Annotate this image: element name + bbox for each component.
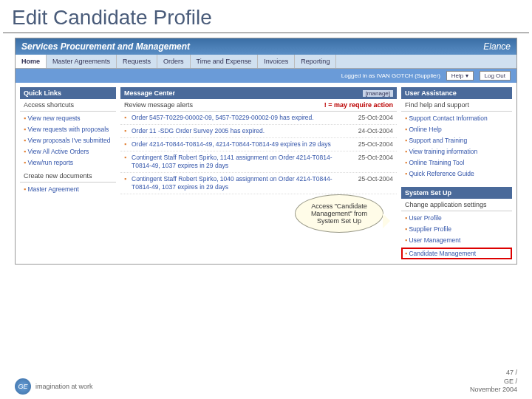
message-date: 25-Oct-2004: [349, 140, 393, 149]
logout-button[interactable]: Log Out: [480, 71, 511, 81]
message-row: ▪Contingent Staff Robert Spirko, 1040 as…: [120, 173, 397, 194]
setup-candidate-management[interactable]: Candidate Management: [409, 250, 476, 257]
ql-new-requests[interactable]: View new requests: [27, 115, 80, 122]
tab-invoices[interactable]: Invoices: [258, 55, 295, 68]
message-date: 24-Oct-2004: [349, 127, 393, 135]
message-link[interactable]: Contingent Staff Robert Spirko, 1040 ass…: [132, 175, 349, 191]
ql-reports[interactable]: View/run reports: [27, 159, 73, 166]
message-link[interactable]: Order 5457-T0229-00002-09, 5457-T0229-00…: [132, 114, 349, 122]
quick-links-list: View new requests View requests with pro…: [20, 112, 116, 170]
manage-link[interactable]: [manage]: [363, 90, 393, 97]
assist-list: Support Contact Information Online Help …: [401, 112, 512, 181]
tab-master-agreements[interactable]: Master Agreements: [47, 55, 117, 68]
setup-list: User Profile Supplier Profile User Manag…: [401, 211, 512, 248]
message-link[interactable]: Order 4214-T0844-T0814-49, 4214-T0844-T0…: [132, 140, 349, 149]
assist-training-tool[interactable]: Online Training Tool: [409, 159, 464, 166]
action-legend: ! = may require action: [324, 101, 393, 109]
ge-tagline: imagination at work: [35, 383, 93, 390]
message-date: 25-Oct-2004: [349, 175, 393, 191]
app-header: Services Procurement and Management Elan…: [16, 38, 516, 55]
system-setup-header: System Set Up: [401, 187, 512, 199]
title-rule: [3, 33, 529, 33]
assist-training-info[interactable]: View training information: [409, 148, 477, 155]
message-row: ▪Contingent Staff Robert Spirko, 1141 as…: [120, 151, 397, 173]
ql-requests-proposals[interactable]: View requests with proposals: [27, 126, 109, 133]
footer-meta: 47 / GE / November 2004: [470, 369, 517, 395]
candidate-management-highlight: ▪ Candidate Management: [401, 248, 512, 259]
message-link[interactable]: Contingent Staff Robert Spirko, 1141 ass…: [132, 154, 349, 170]
tab-requests[interactable]: Requests: [117, 55, 157, 68]
message-link[interactable]: Order 11 -SDG Order Survey 2005 has expi…: [132, 127, 349, 135]
user-assistance-header: User Assistance: [401, 87, 512, 99]
tab-reporting[interactable]: Reporting: [295, 55, 336, 68]
message-center-panel: Message Center [manage] Review message a…: [120, 87, 397, 194]
system-setup-sub: Change application settings: [401, 199, 512, 211]
main-columns: Quick Links Access shortcuts View new re…: [16, 83, 516, 264]
tab-orders[interactable]: Orders: [157, 55, 191, 68]
message-row: ▪Order 5457-T0229-00002-09, 5457-T0229-0…: [120, 112, 397, 125]
assist-support-training[interactable]: Support and Training: [409, 137, 467, 144]
message-center-header: Message Center [manage]: [120, 87, 397, 99]
brand-label: Elance: [483, 41, 511, 52]
ge-logo-block: GE imagination at work: [15, 378, 93, 395]
setup-supplier-profile[interactable]: Supplier Profile: [409, 225, 451, 233]
assist-online-help[interactable]: Online Help: [409, 126, 441, 133]
setup-user-profile[interactable]: User Profile: [409, 214, 441, 222]
quick-links-sub: Access shortcuts: [20, 99, 116, 112]
create-docs-list: Master Agreement: [20, 183, 116, 197]
footer-date: November 2004: [470, 386, 517, 395]
nav-tabs: Home Master Agreements Requests Orders T…: [16, 55, 516, 69]
app-window: Services Procurement and Management Elan…: [15, 38, 517, 265]
ql-proposals-submitted[interactable]: View proposals I've submitted: [27, 137, 110, 144]
slide-footer: GE imagination at work 47 / GE / Novembe…: [0, 369, 532, 395]
setup-user-management[interactable]: User Management: [409, 236, 460, 244]
message-date: 25-Oct-2004: [349, 154, 393, 170]
message-date: 25-Oct-2004: [349, 114, 393, 122]
message-center-sub: Review message alerts ! = may require ac…: [120, 99, 397, 112]
user-assistance-sub: Find help and support: [401, 99, 512, 112]
logged-in-label: Logged in as IVAN GOTCH (Supplier): [341, 72, 440, 79]
ge-logo-icon: GE: [15, 378, 31, 395]
message-row: ▪Order 4214-T0844-T0814-49, 4214-T0844-T…: [120, 138, 397, 151]
page-number: 47 /: [470, 369, 517, 378]
slide-title: Edit Candidate Profile: [0, 0, 532, 33]
message-row: ▪Order 11 -SDG Order Survey 2005 has exp…: [120, 125, 397, 138]
ql-active-orders[interactable]: View All Active Orders: [27, 148, 89, 155]
tab-time-expense[interactable]: Time and Expense: [191, 55, 259, 68]
sub-bar: Logged in as IVAN GOTCH (Supplier) Help …: [16, 69, 516, 83]
create-master-agreement[interactable]: Master Agreement: [27, 185, 78, 193]
quick-links-panel: Quick Links Access shortcuts View new re…: [20, 87, 116, 197]
help-dropdown[interactable]: Help ▾: [446, 71, 474, 81]
tab-home[interactable]: Home: [16, 55, 47, 68]
app-title: Services Procurement and Management: [21, 41, 190, 52]
assist-contact[interactable]: Support Contact Information: [409, 115, 487, 122]
quick-links-header: Quick Links: [20, 87, 116, 99]
company-label: GE /: [470, 378, 517, 386]
right-column: User Assistance Find help and support Su…: [401, 87, 512, 259]
assist-quick-ref[interactable]: Quick Reference Guide: [409, 170, 474, 177]
create-docs-header: Create new documents: [20, 170, 116, 183]
